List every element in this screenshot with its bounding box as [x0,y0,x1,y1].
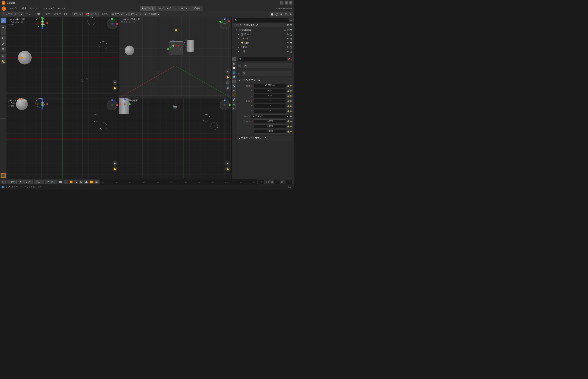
scale-z-lock[interactable]: 🔒 [287,130,289,133]
rot-y-lock[interactable]: 🔒 [287,105,289,107]
cube-expand[interactable]: ▶ [238,37,240,39]
camera-render[interactable]: 📷 [290,33,292,36]
tool-rotate[interactable]: ↻ [0,36,6,41]
menu-file[interactable]: ファイル [7,6,20,11]
scale-y-input[interactable]: 1.000 [254,125,286,128]
props-pin-icon[interactable]: 📌 [287,58,290,60]
toolbar-add[interactable]: 追加 [44,12,52,16]
props-tab-modifiers[interactable]: 🔧 [232,84,236,88]
viewport-bottom-right[interactable]: ライト・平行投影 (1) Collection | 球 Meters Z Y [119,98,231,179]
menu-edit[interactable]: 編集 [20,6,28,11]
scale-x-dot[interactable] [290,121,292,122]
rot-z-dot[interactable] [290,111,292,112]
tab-modeling[interactable]: モデリング [156,6,173,11]
outliner-item-sphere[interactable]: ▶ ▽ 球 👁 📷 [232,49,294,54]
coord-system-dropdown[interactable]: ⊕ デフォルト [111,12,129,16]
shading-mat[interactable]: ◯ [274,12,279,16]
tool-select[interactable]: ⤢ [0,18,6,23]
drag-dropdown[interactable]: ドラッ... [129,12,142,16]
scale-z-dot[interactable] [290,131,292,132]
props-tab-physics[interactable]: ⚡ [232,93,236,97]
props-tab-material[interactable]: ● [232,107,236,111]
global-dropdown[interactable]: グロ... [72,12,83,16]
props-tab-render[interactable]: 🎥 [232,57,236,61]
scale-z-input[interactable]: 1.000 [254,130,286,133]
keying-btn[interactable]: キーイング ▾ [18,180,33,184]
tab-layout[interactable]: レイアウト [140,6,156,11]
menu-help[interactable]: ヘルプ [57,6,67,11]
camera-view-tr[interactable]: 🎥 [225,80,230,85]
maximize-button[interactable]: □ [285,1,288,4]
delta-transform-header[interactable]: ▶ デルタトランスフォーム [237,136,293,141]
prop-edit-btn[interactable]: ⊚ [90,12,94,16]
collection-visibility[interactable]: 👁 [287,29,289,31]
rot-x-input[interactable]: 0° [254,99,286,103]
mode-dropdown[interactable]: XYZ オイラ... ▾ [251,114,289,118]
props-tab-output[interactable]: 🖨 [232,62,236,65]
scale-y-lock[interactable]: 🔒 [287,125,289,128]
tool-add-cube[interactable]: ⬛ [0,173,6,178]
shading-solid[interactable]: ⬤ [270,12,274,16]
step-back-btn[interactable]: ◀ [74,180,78,184]
zoom-in-tl[interactable]: + [113,80,117,85]
toolbar-object[interactable]: オブジェクト [52,12,70,16]
pan-tl[interactable]: ✋ [113,86,117,90]
marker-btn[interactable]: マーカー [45,180,57,184]
props-tab-data[interactable]: △ [232,102,236,106]
pos-y-dot[interactable] [290,90,292,92]
skip-end-btn[interactable]: ⏭ [94,180,99,184]
tool-scale[interactable]: ⤢ [0,41,6,46]
pos-z-lock[interactable]: 🔒 [287,95,289,97]
pan-br[interactable]: ✋ [225,167,230,171]
scene-expand[interactable]: ▼ [233,24,235,26]
zoom-in-br[interactable]: + [225,161,230,166]
outliner-item-collection[interactable]: ▼ ⬛ Collection ☑ 👁 📷 [232,28,294,32]
tab-uv[interactable]: UV編集 [190,6,203,11]
toolbar-view[interactable]: ビュー [24,12,34,16]
sphere-render[interactable]: 📷 [290,50,292,53]
outliner-item-camera[interactable]: ▶ 📷 Camera 👁 📷 [232,32,294,36]
cube-visibility[interactable]: 👁 [287,37,289,40]
tab-sculpt[interactable]: スカルプト [173,6,190,11]
overlay-btn[interactable]: ⊞ [284,12,288,16]
collection-render[interactable]: 📷 [290,29,292,31]
render-view-tr[interactable]: ⊞ [225,86,230,90]
collection-checkbox[interactable]: ☑ [284,29,286,31]
rot-x-lock[interactable]: 🔒 [287,100,289,102]
outliner-search[interactable] [233,18,289,22]
cylinder-expand[interactable]: ▶ [238,46,240,48]
sphere-expand[interactable]: ▶ [238,50,240,52]
prev-key-btn[interactable]: ⏪ [69,180,73,184]
transform-options[interactable]: ⋮⋮ [288,79,292,81]
close-button[interactable]: ✕ [289,1,292,4]
pos-y-lock[interactable]: 🔒 [287,90,289,92]
snap-btn[interactable]: 🧲 [85,12,90,16]
outliner-item-cylinder[interactable]: ▶ ▽ 円柱 👁 📷 [232,45,294,49]
camera-visibility[interactable]: 👁 [287,33,289,36]
pos-x-lock[interactable]: 🔒 [287,85,289,87]
minimize-button[interactable]: ─ [280,1,283,4]
light-expand[interactable]: ▶ [238,42,240,44]
props-filter-icon[interactable]: ☰ [290,58,292,60]
blender-menu-icon[interactable]: ⬡ [1,6,6,11]
props-tab-view-layer[interactable]: ⬜ [232,66,236,70]
viewport-top-left[interactable]: トップ・平行投影 (1) Collection | 球 Meters Y X [6,17,119,98]
outliner-item-cube[interactable]: ▶ ▽ Cube 👁 📷 [232,36,294,41]
scene-visibility[interactable]: 👁 [287,24,289,26]
pos-x-dot[interactable] [290,85,292,87]
scene-camera-icon[interactable]: 📷 [290,24,292,26]
xray-btn[interactable]: ⊗ [288,12,293,16]
outliner-filter-icon[interactable]: ☰ [290,18,292,21]
light-render[interactable]: 📷 [290,42,292,44]
timeline-scrubber[interactable]: 20 40 60 80 100 120 140 160 180 200 220 … [100,179,257,185]
viewport-area[interactable]: トップ・平行投影 (1) Collection | 球 Meters Y X [6,17,231,179]
pos-z-input[interactable]: 0 m [254,94,286,98]
cylinder-visibility[interactable]: 👁 [287,46,289,48]
rot-y-dot[interactable] [290,105,292,107]
box-select-dropdown[interactable]: ボックス選択 [143,12,160,16]
play-btn[interactable]: ▶ [79,180,83,184]
transform-header[interactable]: ▼ トランスフォーム ⋮⋮ [237,78,293,83]
current-frame-input[interactable]: 1 [258,180,265,184]
proportional-mode[interactable]: 八... [94,12,99,16]
rot-z-input[interactable]: 0° [254,109,286,113]
